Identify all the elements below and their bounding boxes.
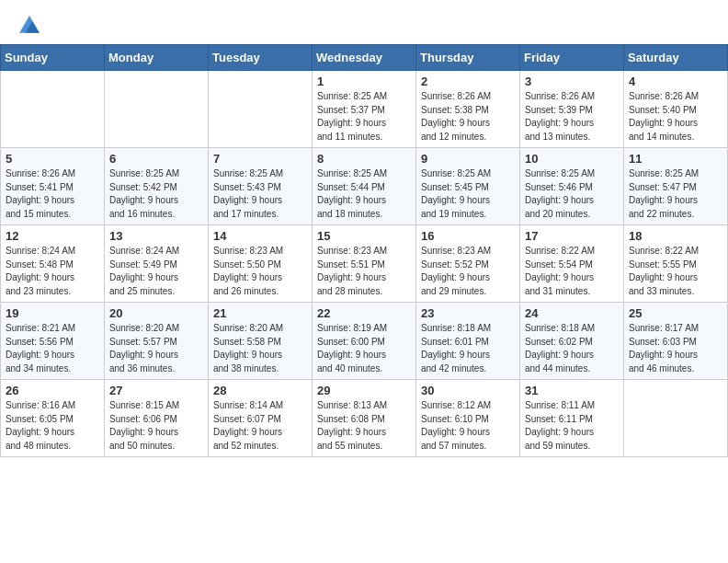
calendar-day xyxy=(105,71,209,148)
day-info: Sunrise: 8:23 AM Sunset: 5:52 PM Dayligh… xyxy=(421,245,515,298)
day-number: 31 xyxy=(525,384,619,397)
day-info: Sunrise: 8:13 AM Sunset: 6:08 PM Dayligh… xyxy=(317,399,411,453)
day-info: Sunrise: 8:23 AM Sunset: 5:50 PM Dayligh… xyxy=(213,245,307,298)
calendar-day: 27Sunrise: 8:15 AM Sunset: 6:06 PM Dayli… xyxy=(105,380,209,457)
calendar-table: SundayMondayTuesdayWednesdayThursdayFrid… xyxy=(0,44,728,457)
calendar-day: 10Sunrise: 8:25 AM Sunset: 5:46 PM Dayli… xyxy=(520,148,624,225)
calendar-day: 13Sunrise: 8:24 AM Sunset: 5:49 PM Dayli… xyxy=(105,225,209,303)
calendar-day: 26Sunrise: 8:16 AM Sunset: 6:05 PM Dayli… xyxy=(1,380,105,457)
calendar-day: 12Sunrise: 8:24 AM Sunset: 5:48 PM Dayli… xyxy=(1,225,105,303)
day-number: 27 xyxy=(109,384,203,397)
calendar-day: 2Sunrise: 8:26 AM Sunset: 5:38 PM Daylig… xyxy=(416,71,520,148)
calendar-day: 8Sunrise: 8:25 AM Sunset: 5:44 PM Daylig… xyxy=(313,148,416,225)
day-info: Sunrise: 8:26 AM Sunset: 5:40 PM Dayligh… xyxy=(629,90,722,144)
day-info: Sunrise: 8:21 AM Sunset: 5:56 PM Dayligh… xyxy=(6,322,99,375)
dow-header: Thursday xyxy=(416,45,520,71)
day-number: 5 xyxy=(6,152,99,166)
day-number: 30 xyxy=(421,384,515,397)
calendar-week: 1Sunrise: 8:25 AM Sunset: 5:37 PM Daylig… xyxy=(1,71,728,148)
day-number: 24 xyxy=(525,306,619,320)
day-number: 9 xyxy=(421,152,515,166)
day-info: Sunrise: 8:26 AM Sunset: 5:41 PM Dayligh… xyxy=(6,167,99,221)
days-of-week-row: SundayMondayTuesdayWednesdayThursdayFrid… xyxy=(1,45,728,71)
day-number: 17 xyxy=(525,229,619,243)
dow-header: Friday xyxy=(520,45,624,71)
day-number: 4 xyxy=(629,75,722,88)
day-number: 10 xyxy=(525,152,619,166)
calendar-day: 28Sunrise: 8:14 AM Sunset: 6:07 PM Dayli… xyxy=(209,380,313,457)
day-info: Sunrise: 8:20 AM Sunset: 5:58 PM Dayligh… xyxy=(213,322,307,375)
dow-header: Saturday xyxy=(624,45,728,71)
calendar-body: 1Sunrise: 8:25 AM Sunset: 5:37 PM Daylig… xyxy=(1,71,728,457)
calendar-day: 6Sunrise: 8:25 AM Sunset: 5:42 PM Daylig… xyxy=(105,148,209,225)
day-info: Sunrise: 8:20 AM Sunset: 5:57 PM Dayligh… xyxy=(109,322,203,375)
day-info: Sunrise: 8:26 AM Sunset: 5:39 PM Dayligh… xyxy=(525,90,619,144)
calendar-day: 25Sunrise: 8:17 AM Sunset: 6:03 PM Dayli… xyxy=(624,303,728,380)
calendar-day: 4Sunrise: 8:26 AM Sunset: 5:40 PM Daylig… xyxy=(624,71,728,148)
dow-header: Monday xyxy=(105,45,209,71)
day-number: 7 xyxy=(213,152,307,166)
page-header xyxy=(0,0,728,44)
day-number: 21 xyxy=(213,306,307,320)
calendar-day: 29Sunrise: 8:13 AM Sunset: 6:08 PM Dayli… xyxy=(313,380,416,457)
day-info: Sunrise: 8:23 AM Sunset: 5:51 PM Dayligh… xyxy=(317,245,411,298)
calendar-day: 7Sunrise: 8:25 AM Sunset: 5:43 PM Daylig… xyxy=(209,148,313,225)
calendar-day: 20Sunrise: 8:20 AM Sunset: 5:57 PM Dayli… xyxy=(105,303,209,380)
day-number: 1 xyxy=(317,75,411,88)
calendar-day: 5Sunrise: 8:26 AM Sunset: 5:41 PM Daylig… xyxy=(1,148,105,225)
day-info: Sunrise: 8:25 AM Sunset: 5:37 PM Dayligh… xyxy=(317,90,411,144)
logo-icon xyxy=(17,13,42,39)
calendar-week: 5Sunrise: 8:26 AM Sunset: 5:41 PM Daylig… xyxy=(1,148,728,225)
day-number: 14 xyxy=(213,229,307,243)
calendar-day xyxy=(209,71,313,148)
day-info: Sunrise: 8:24 AM Sunset: 5:49 PM Dayligh… xyxy=(109,245,203,298)
day-number: 6 xyxy=(109,152,203,166)
calendar-day: 21Sunrise: 8:20 AM Sunset: 5:58 PM Dayli… xyxy=(209,303,313,380)
calendar-week: 12Sunrise: 8:24 AM Sunset: 5:48 PM Dayli… xyxy=(1,225,728,303)
day-number: 18 xyxy=(629,229,722,243)
calendar-day: 24Sunrise: 8:18 AM Sunset: 6:02 PM Dayli… xyxy=(520,303,624,380)
day-info: Sunrise: 8:25 AM Sunset: 5:45 PM Dayligh… xyxy=(421,167,515,221)
day-info: Sunrise: 8:25 AM Sunset: 5:46 PM Dayligh… xyxy=(525,167,619,221)
dow-header: Wednesday xyxy=(313,45,416,71)
calendar-day xyxy=(624,380,728,457)
day-info: Sunrise: 8:18 AM Sunset: 6:02 PM Dayligh… xyxy=(525,322,619,375)
day-info: Sunrise: 8:25 AM Sunset: 5:47 PM Dayligh… xyxy=(629,167,722,221)
calendar-day: 31Sunrise: 8:11 AM Sunset: 6:11 PM Dayli… xyxy=(520,380,624,457)
calendar-day: 17Sunrise: 8:22 AM Sunset: 5:54 PM Dayli… xyxy=(520,225,624,303)
day-number: 13 xyxy=(109,229,203,243)
day-number: 8 xyxy=(317,152,411,166)
day-number: 16 xyxy=(421,229,515,243)
calendar-day: 16Sunrise: 8:23 AM Sunset: 5:52 PM Dayli… xyxy=(416,225,520,303)
dow-header: Sunday xyxy=(1,45,105,71)
calendar-day: 11Sunrise: 8:25 AM Sunset: 5:47 PM Dayli… xyxy=(624,148,728,225)
calendar-day: 22Sunrise: 8:19 AM Sunset: 6:00 PM Dayli… xyxy=(313,303,416,380)
day-number: 12 xyxy=(6,229,99,243)
calendar-day: 9Sunrise: 8:25 AM Sunset: 5:45 PM Daylig… xyxy=(416,148,520,225)
day-number: 26 xyxy=(6,384,99,397)
day-info: Sunrise: 8:22 AM Sunset: 5:54 PM Dayligh… xyxy=(525,245,619,298)
day-number: 2 xyxy=(421,75,515,88)
day-number: 20 xyxy=(109,306,203,320)
calendar-day: 14Sunrise: 8:23 AM Sunset: 5:50 PM Dayli… xyxy=(209,225,313,303)
day-info: Sunrise: 8:17 AM Sunset: 6:03 PM Dayligh… xyxy=(629,322,722,375)
day-number: 25 xyxy=(629,306,722,320)
day-info: Sunrise: 8:11 AM Sunset: 6:11 PM Dayligh… xyxy=(525,399,619,453)
calendar-week: 19Sunrise: 8:21 AM Sunset: 5:56 PM Dayli… xyxy=(1,303,728,380)
day-info: Sunrise: 8:14 AM Sunset: 6:07 PM Dayligh… xyxy=(213,399,307,453)
day-info: Sunrise: 8:24 AM Sunset: 5:48 PM Dayligh… xyxy=(6,245,99,298)
day-number: 19 xyxy=(6,306,99,320)
day-number: 11 xyxy=(629,152,722,166)
day-info: Sunrise: 8:15 AM Sunset: 6:06 PM Dayligh… xyxy=(109,399,203,453)
day-info: Sunrise: 8:26 AM Sunset: 5:38 PM Dayligh… xyxy=(421,90,515,144)
calendar-day: 1Sunrise: 8:25 AM Sunset: 5:37 PM Daylig… xyxy=(313,71,416,148)
day-number: 28 xyxy=(213,384,307,397)
day-info: Sunrise: 8:12 AM Sunset: 6:10 PM Dayligh… xyxy=(421,399,515,453)
day-info: Sunrise: 8:19 AM Sunset: 6:00 PM Dayligh… xyxy=(317,322,411,375)
dow-header: Tuesday xyxy=(209,45,313,71)
calendar-day: 23Sunrise: 8:18 AM Sunset: 6:01 PM Dayli… xyxy=(416,303,520,380)
calendar-day: 30Sunrise: 8:12 AM Sunset: 6:10 PM Dayli… xyxy=(416,380,520,457)
calendar-day xyxy=(1,71,105,148)
day-info: Sunrise: 8:25 AM Sunset: 5:43 PM Dayligh… xyxy=(213,167,307,221)
day-info: Sunrise: 8:22 AM Sunset: 5:55 PM Dayligh… xyxy=(629,245,722,298)
